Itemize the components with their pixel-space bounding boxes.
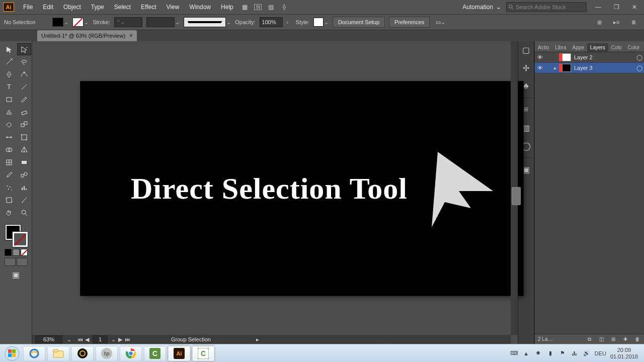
new-layer-icon[interactable]: ✚ <box>622 336 629 343</box>
maximize-button[interactable]: ❐ <box>611 2 622 13</box>
eraser-tool[interactable] <box>17 106 31 118</box>
zoom-input[interactable]: 63% <box>35 335 62 343</box>
scale-tool[interactable] <box>17 119 31 131</box>
close-button[interactable]: ✕ <box>629 2 640 13</box>
screen-mode-row[interactable] <box>5 258 28 266</box>
keyboard-icon[interactable]: ⌨ <box>510 349 518 357</box>
rectangle-tool[interactable] <box>2 94 16 106</box>
curvature-tool[interactable] <box>17 68 31 80</box>
panel-tab-actio[interactable]: Actio <box>535 43 552 52</box>
language-indicator[interactable]: DEU <box>595 350 606 356</box>
taskbar-app-camtasia2[interactable]: C <box>192 346 214 361</box>
expand-toggle-icon[interactable]: ▸ <box>552 65 559 71</box>
menu-file[interactable]: File <box>18 0 38 14</box>
artboard-dropdown-icon[interactable]: ⌄ <box>110 336 117 343</box>
target-icon[interactable]: ◯ <box>635 65 644 71</box>
stroke-swatch[interactable]: ⌄ <box>72 18 89 27</box>
opacity-input[interactable]: 100% <box>260 17 283 27</box>
brush-def-dropdown[interactable]: ⌄ <box>146 17 180 27</box>
taskbar-app-explorer[interactable] <box>47 346 69 361</box>
line-tool[interactable] <box>17 81 31 93</box>
menu-view[interactable]: View <box>162 0 185 14</box>
layer-row[interactable]: 👁Layer 2◯ <box>535 52 644 63</box>
artboard-tool[interactable] <box>2 194 16 206</box>
taskbar-app-hp[interactable]: hp <box>96 346 118 361</box>
color-mode-row[interactable] <box>5 249 28 256</box>
taskbar-app-media[interactable] <box>71 346 94 361</box>
next-artboard-button[interactable]: ▶ <box>117 336 124 343</box>
transform-panel-icon[interactable]: ⊞ <box>594 17 605 28</box>
essentials-icon[interactable]: ▸≡ <box>611 17 622 28</box>
visibility-toggle-icon[interactable]: 👁 <box>535 54 545 60</box>
delete-layer-icon[interactable]: 🗑 <box>634 336 641 343</box>
paintbrush-tool[interactable] <box>17 94 31 106</box>
panel-tab-color[interactable]: Color <box>624 43 642 52</box>
zoom-dropdown-icon[interactable]: ⌄ <box>65 336 72 343</box>
mesh-tool[interactable] <box>2 156 16 168</box>
zoom-tool[interactable] <box>17 207 31 219</box>
taskbar-app-ie[interactable] <box>23 346 45 361</box>
lasso-tool[interactable] <box>17 56 31 68</box>
scrollbar-thumb[interactable] <box>512 187 521 205</box>
prev-artboard-button[interactable]: ◀ <box>84 336 91 343</box>
gpu-icon[interactable]: ⟠ <box>279 2 290 13</box>
panel-tab-libra[interactable]: Libra <box>552 43 569 52</box>
taskbar-clock[interactable]: 20:09 01.01.2018 <box>610 347 638 360</box>
rotate-tool[interactable] <box>2 119 16 131</box>
menu-select[interactable]: Select <box>109 0 136 14</box>
width-tool[interactable] <box>2 131 16 143</box>
layer-row[interactable]: 👁▸Layer 3◯ <box>535 63 644 73</box>
start-button[interactable] <box>2 345 22 361</box>
document-tab[interactable]: Untitled-1* @ 63% (RGB/Preview) × <box>37 30 137 41</box>
target-icon[interactable]: ◯ <box>635 54 644 61</box>
close-tab-icon[interactable]: × <box>129 32 133 39</box>
panel-tab-appe[interactable]: Appe <box>569 43 587 52</box>
new-sublayer-icon[interactable]: ⊞ <box>610 336 617 343</box>
shape-builder-tool[interactable] <box>2 144 16 156</box>
stock-icon[interactable]: St <box>253 2 264 13</box>
symbol-sprayer-tool[interactable] <box>2 182 16 194</box>
taskbar-app-camtasia[interactable]: C <box>144 346 166 361</box>
fill-stroke-control[interactable] <box>5 224 28 247</box>
artboard[interactable]: Direct Selection Tool <box>80 81 523 296</box>
menu-type[interactable]: Type <box>86 0 109 14</box>
selection-tool[interactable] <box>2 43 16 55</box>
variable-width-profile[interactable]: ⌄ <box>184 17 231 27</box>
screen-mode-icon[interactable]: ▣ <box>11 269 22 280</box>
menu-effect[interactable]: Effect <box>136 0 161 14</box>
type-tool[interactable]: T <box>2 81 16 93</box>
hand-tool[interactable] <box>2 207 16 219</box>
layer-name[interactable]: Layer 2 <box>574 54 635 60</box>
volume-icon[interactable]: 🔊 <box>583 349 591 357</box>
search-stock-input[interactable]: Search Adobe Stock <box>506 2 587 12</box>
show-hidden-icons[interactable]: ▲ <box>522 349 530 357</box>
gradient-tool[interactable] <box>17 156 31 168</box>
stroke-box[interactable] <box>13 232 28 247</box>
panel-tab-layers[interactable]: Layers <box>587 43 608 52</box>
taskbar-app-illustrator[interactable]: Ai <box>168 346 190 361</box>
locate-object-icon[interactable]: ⧉ <box>586 336 593 343</box>
vertical-scrollbar[interactable] <box>511 41 518 335</box>
bridge-icon[interactable]: ▦ <box>239 2 251 13</box>
layer-name[interactable]: Layer 3 <box>574 65 635 71</box>
visibility-toggle-icon[interactable]: 👁 <box>535 65 545 71</box>
fill-swatch[interactable]: ⌄ <box>52 18 68 27</box>
taskbar-app-chrome[interactable] <box>120 346 142 361</box>
align-flyout[interactable]: ▭⌄ <box>435 17 446 28</box>
direct-selection-tool[interactable]: + <box>17 43 31 55</box>
column-graph-tool[interactable] <box>17 182 31 194</box>
stroke-width-input[interactable]: ⌃⌄ <box>114 17 142 27</box>
make-clipping-mask-icon[interactable]: ◫ <box>598 336 605 343</box>
menu-window[interactable]: Window <box>184 0 216 14</box>
opacity-flyout[interactable]: › <box>287 19 292 25</box>
properties-panel-icon[interactable]: ▢ <box>520 43 533 56</box>
panel-tab-colo[interactable]: Colo <box>608 43 625 52</box>
magic-wand-tool[interactable] <box>2 56 16 68</box>
document-setup-button[interactable]: Document Setup <box>333 17 385 28</box>
action-center-icon[interactable]: ⚑ <box>558 349 567 357</box>
shaper-tool[interactable] <box>2 106 16 118</box>
artboard-number-input[interactable]: 1 <box>93 335 108 343</box>
free-transform-tool[interactable] <box>17 131 31 143</box>
menu-object[interactable]: Object <box>58 0 86 14</box>
status-flyout-icon[interactable]: ▸ <box>256 336 259 343</box>
